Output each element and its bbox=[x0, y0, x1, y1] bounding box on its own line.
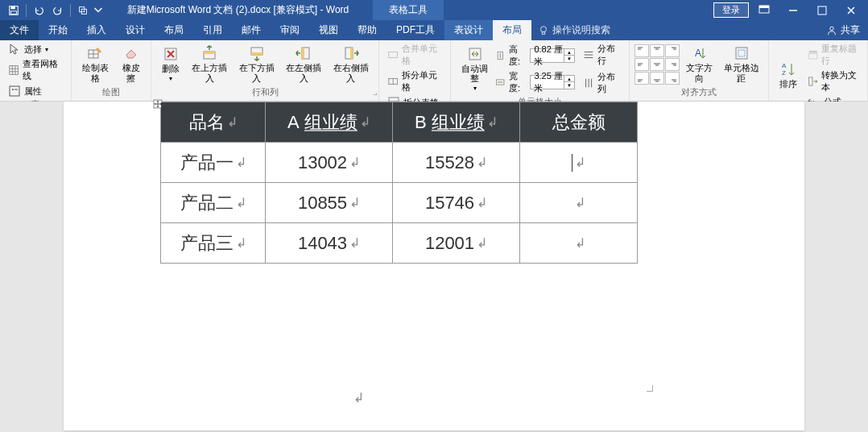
tab-mailings[interactable]: 邮件 bbox=[232, 20, 271, 40]
svg-rect-76 bbox=[808, 53, 816, 59]
height-spin-up[interactable]: ▲ bbox=[564, 49, 574, 56]
align-mr[interactable] bbox=[665, 58, 680, 71]
share-button[interactable]: 共享 bbox=[818, 20, 868, 40]
align-ml[interactable] bbox=[634, 58, 649, 71]
group-draw: 绘图 bbox=[76, 86, 147, 99]
align-mc[interactable] bbox=[650, 58, 664, 71]
active-cell[interactable]: ↲ bbox=[520, 143, 638, 183]
height-input[interactable]: 0.82 厘米▲▼ bbox=[530, 48, 575, 63]
svg-rect-33 bbox=[302, 48, 304, 59]
gridlines-button[interactable]: 查看网格线 bbox=[5, 57, 66, 83]
tab-layout[interactable]: 布局 bbox=[155, 20, 193, 40]
tab-references[interactable]: 引用 bbox=[193, 20, 232, 40]
group-alignment: 对齐方式 bbox=[634, 86, 763, 99]
grid-icon bbox=[8, 64, 19, 77]
svg-rect-29 bbox=[204, 52, 215, 54]
distribute-rows-button[interactable]: 分布行 bbox=[580, 42, 624, 68]
insert-below-button[interactable]: 在下方插入 bbox=[234, 44, 279, 84]
repeat-header-button: 重复标题行 bbox=[804, 42, 862, 68]
tab-home[interactable]: 开始 bbox=[39, 20, 77, 40]
width-label: 宽度: bbox=[509, 70, 527, 94]
height-label: 高度: bbox=[509, 44, 527, 68]
text-direction-button[interactable]: A文字方向 bbox=[681, 44, 717, 84]
width-spin-down[interactable]: ▼ bbox=[564, 82, 574, 89]
svg-rect-14 bbox=[10, 66, 19, 75]
minimize-button[interactable] bbox=[779, 2, 807, 19]
para-mark-icon: ↲ bbox=[477, 235, 487, 251]
qat-customize-button[interactable] bbox=[93, 2, 103, 19]
properties-button[interactable]: 属性 bbox=[5, 84, 66, 98]
align-br[interactable] bbox=[665, 72, 680, 85]
ribbon-options-button[interactable] bbox=[750, 2, 778, 19]
svg-rect-75 bbox=[808, 51, 816, 53]
repeat-header-icon bbox=[808, 48, 819, 61]
table-resize-handle[interactable] bbox=[647, 385, 653, 392]
width-spin-up[interactable]: ▲ bbox=[564, 76, 574, 82]
svg-point-20 bbox=[12, 89, 14, 90]
table-row[interactable]: 产品一↲ 13002↲ 15528↲ ↲ bbox=[161, 143, 638, 183]
tab-help[interactable]: 帮助 bbox=[348, 20, 386, 40]
margins-icon bbox=[734, 45, 750, 61]
tab-insert[interactable]: 插入 bbox=[77, 20, 116, 40]
width-input[interactable]: 3.25 厘米▲▼ bbox=[530, 75, 575, 89]
para-mark-icon: ↲ bbox=[236, 155, 246, 170]
save-button[interactable] bbox=[5, 2, 23, 19]
insert-right-button[interactable]: 在右侧插入 bbox=[329, 44, 374, 84]
sort-button[interactable]: AZ排序 bbox=[774, 60, 803, 90]
cursor-icon bbox=[8, 43, 21, 56]
delete-button[interactable]: 删除▾ bbox=[156, 44, 185, 84]
login-button[interactable]: 登录 bbox=[713, 2, 749, 18]
insert-above-icon bbox=[201, 45, 217, 61]
svg-rect-12 bbox=[542, 31, 545, 34]
para-mark-icon: ↲ bbox=[353, 390, 364, 405]
qat-more-button[interactable] bbox=[74, 2, 92, 19]
align-bl[interactable] bbox=[634, 72, 649, 85]
para-mark-icon: ↲ bbox=[236, 235, 246, 251]
tab-design[interactable]: 设计 bbox=[116, 20, 155, 40]
autofit-button[interactable]: 自动调整▾ bbox=[456, 44, 494, 93]
maximize-button[interactable] bbox=[808, 2, 836, 19]
svg-rect-71 bbox=[736, 48, 747, 59]
svg-text:A: A bbox=[695, 48, 701, 59]
tell-me-search[interactable]: 操作说明搜索 bbox=[538, 20, 610, 40]
insert-above-button[interactable]: 在上方插入 bbox=[187, 44, 232, 84]
tab-view[interactable]: 视图 bbox=[309, 20, 348, 40]
document-title: 新建Microsoft Word 文档 (2).docx [兼容模式] - Wo… bbox=[103, 3, 373, 17]
draw-table-button[interactable]: 绘制表格 bbox=[76, 44, 114, 84]
context-tab-title: 表格工具 bbox=[373, 0, 444, 20]
redo-button[interactable] bbox=[49, 2, 67, 19]
tab-table-layout[interactable]: 布局 bbox=[493, 20, 531, 40]
align-tc[interactable] bbox=[650, 44, 664, 57]
dist-rows-icon bbox=[583, 48, 594, 61]
undo-button[interactable] bbox=[30, 2, 48, 19]
para-mark-icon: ↲ bbox=[575, 195, 585, 210]
svg-rect-1 bbox=[11, 6, 15, 9]
height-spin-down[interactable]: ▼ bbox=[564, 56, 574, 62]
tab-file[interactable]: 文件 bbox=[0, 20, 39, 40]
merge-cells-button: 合并单元格 bbox=[384, 42, 445, 68]
tab-pdf[interactable]: PDF工具 bbox=[386, 20, 444, 40]
properties-icon bbox=[8, 85, 21, 98]
svg-rect-31 bbox=[251, 52, 262, 55]
align-tr[interactable] bbox=[665, 44, 680, 57]
close-button[interactable] bbox=[837, 2, 865, 19]
sort-icon: AZ bbox=[780, 61, 796, 77]
table-header-row: 品名↲ A 组业绩↲ B 组业绩↲ 总金额 bbox=[161, 102, 638, 143]
svg-rect-19 bbox=[10, 86, 19, 96]
tab-table-design[interactable]: 表设计 bbox=[444, 20, 493, 40]
split-cells-button[interactable]: 拆分单元格 bbox=[384, 69, 445, 94]
dist-cols-icon bbox=[583, 77, 594, 89]
eraser-button[interactable]: 橡皮擦 bbox=[116, 44, 146, 84]
tab-review[interactable]: 审阅 bbox=[271, 20, 309, 40]
merge-icon bbox=[387, 48, 399, 61]
table-row[interactable]: 产品二↲ 10855↲ 15746↲ ↲ bbox=[161, 183, 638, 223]
align-tl[interactable] bbox=[634, 44, 649, 57]
data-table[interactable]: 品名↲ A 组业绩↲ B 组业绩↲ 总金额 产品一↲ 13002↲ 15528↲… bbox=[160, 102, 638, 264]
convert-text-button[interactable]: 转换为文本 bbox=[804, 69, 862, 94]
cell-margins-button[interactable]: 单元格边距 bbox=[719, 44, 763, 84]
table-row[interactable]: 产品三↲ 14043↲ 12001↲ ↲ bbox=[161, 223, 638, 264]
align-bc[interactable] bbox=[650, 72, 664, 85]
insert-left-button[interactable]: 在左侧插入 bbox=[281, 44, 326, 84]
select-button[interactable]: 选择 ▾ bbox=[5, 42, 66, 56]
distribute-cols-button[interactable]: 分布列 bbox=[580, 70, 624, 96]
